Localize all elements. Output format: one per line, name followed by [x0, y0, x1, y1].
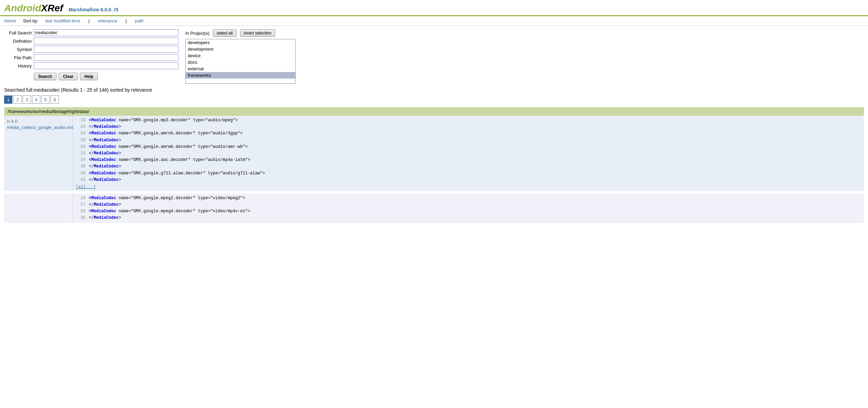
help-button[interactable]: Help [80, 73, 98, 80]
full-search-input[interactable] [34, 29, 178, 36]
definition-row: Definition [4, 38, 178, 44]
line-num: 23 [76, 124, 85, 130]
result-file-section-1: H A D media_codecs_google_audio.xml 19 <… [4, 116, 864, 191]
tag-a: A [11, 119, 13, 123]
code-content: </MediaCodec> [89, 124, 121, 130]
symbol-label: Symbol [4, 47, 32, 52]
project-item-device[interactable]: device [186, 52, 295, 59]
result-file-link-1[interactable]: media_codecs_google_audio.xml [7, 125, 73, 130]
definition-label: Definition [4, 39, 32, 44]
project-list[interactable]: developers development device docs exter… [185, 39, 296, 84]
code-content: </MediaCodec> [89, 215, 121, 221]
result-file-section-2: 19 <MediaCodec name="OMX.google.mpeg2.de… [4, 194, 864, 223]
code-line: 24 <MediaCodec name="OMX.google.amrnb.de… [76, 130, 861, 137]
sort-relevance[interactable]: relevance [98, 18, 117, 23]
code-content: <MediaCodec name="OMX.google.aac.decoder… [89, 157, 250, 163]
form-buttons: Search Clear Help [34, 73, 178, 80]
code-content: <MediaCodec name="OMX.google.mpeg2.decod… [89, 195, 245, 202]
code-line: 27 </MediaCodec> [76, 202, 861, 208]
code-line: 36 </MediaCodec> [76, 215, 861, 221]
project-header: In Project(s) select all invert selectio… [185, 29, 296, 37]
line-num: 34 [76, 157, 85, 163]
pagination: 1 2 3 4 5 6 [4, 95, 864, 104]
result-code-lines-1: 19 <MediaCodec name="OMX.google.mp3.deco… [73, 116, 864, 191]
code-line: 29 <MediaCodec name="OMX.google.amrwb.de… [76, 144, 861, 150]
sort-mtime[interactable]: last modified time [45, 18, 80, 23]
line-num: 27 [76, 202, 85, 208]
definition-input[interactable] [34, 38, 178, 44]
sort-path[interactable]: path [135, 18, 144, 23]
line-num: 19 [76, 117, 85, 124]
page-6[interactable]: 6 [51, 95, 59, 104]
code-content: <MediaCodec name="OMX.google.amrnb.decod… [89, 130, 242, 137]
code-line: 34 <MediaCodec name="OMX.google.aac.deco… [76, 157, 861, 163]
search-button[interactable]: Search [34, 73, 56, 80]
file-path-input[interactable] [34, 54, 178, 61]
project-selector: In Project(s) select all invert selectio… [185, 29, 296, 84]
line-num: 36 [76, 215, 85, 221]
logo-android: Android [4, 3, 41, 13]
project-item-developers[interactable]: developers [186, 39, 295, 46]
line-num: 28 [76, 208, 85, 215]
all-link-1[interactable]: [all...] [76, 185, 96, 190]
code-line: 39 <MediaCodec name="OMX.google.g711.ala… [76, 170, 861, 177]
line-num: 39 [76, 170, 85, 177]
code-line: 28 <MediaCodec name="OMX.google.mpeg4.de… [76, 208, 861, 215]
search-form: Full Search Definition Symbol File Path … [4, 29, 864, 84]
search-left: Full Search Definition Symbol File Path … [4, 29, 178, 80]
clear-button[interactable]: Clear [59, 73, 78, 80]
project-item-frameworks[interactable]: frameworks [186, 72, 295, 79]
logo: AndroidXRef Marshmallow 6.0.0_r5 [4, 3, 118, 13]
code-content: </MediaCodec> [89, 177, 121, 183]
full-search-row: Full Search [4, 29, 178, 36]
code-content: <MediaCodec name="OMX.google.mp3.decoder… [89, 117, 238, 124]
page-2[interactable]: 2 [13, 95, 22, 104]
nav-home[interactable]: Home [4, 18, 16, 23]
page-1[interactable]: 1 [4, 95, 12, 104]
page-3[interactable]: 3 [23, 95, 31, 104]
symbol-row: Symbol [4, 46, 178, 53]
project-item-external[interactable]: external [186, 65, 295, 72]
full-search-label: Full Search [4, 30, 32, 35]
file-path-row: File Path [4, 54, 178, 61]
line-num: 24 [76, 130, 85, 137]
results-summary: Searched full:mediacodec (Results 1 - 25… [4, 87, 864, 93]
result-file-tags-1: H A D [7, 119, 18, 123]
project-item-development[interactable]: development [186, 46, 295, 52]
sep2: | [125, 18, 126, 23]
result-file-left-1: H A D media_codecs_google_audio.xml [4, 116, 73, 191]
page-5[interactable]: 5 [41, 95, 50, 104]
code-line: 28 </MediaCodec> [76, 137, 861, 144]
code-line: 38 </MediaCodec> [76, 163, 861, 170]
in-projects-label: In Project(s) [185, 31, 209, 36]
line-num: 43 [76, 177, 85, 183]
code-line: 33 </MediaCodec> [76, 150, 861, 157]
history-input[interactable] [34, 62, 178, 69]
code-content: <MediaCodec name="OMX.google.mpeg4.decod… [89, 208, 250, 215]
code-content: </MediaCodec> [89, 150, 121, 157]
history-label: History [4, 63, 32, 69]
sep1: | [89, 18, 90, 23]
header: AndroidXRef Marshmallow 6.0.0_r5 [0, 0, 868, 16]
code-line: 23 </MediaCodec> [76, 124, 861, 130]
invert-selection-button[interactable]: invert selection [240, 29, 275, 37]
code-line: 19 <MediaCodec name="OMX.google.mp3.deco… [76, 117, 861, 124]
logo-xref: XRef [41, 3, 63, 13]
symbol-input[interactable] [34, 46, 178, 53]
select-all-button[interactable]: select all [213, 29, 237, 37]
line-num: 19 [76, 195, 85, 202]
navbar: Home Sort by: last modified time | relev… [0, 16, 868, 26]
project-item-docs[interactable]: docs [186, 59, 295, 65]
code-content: <MediaCodec name="OMX.google.amrwb.decod… [89, 144, 248, 150]
result-code-lines-2: 19 <MediaCodec name="OMX.google.mpeg2.de… [73, 194, 864, 223]
page-4[interactable]: 4 [32, 95, 40, 104]
main: Full Search Definition Symbol File Path … [0, 26, 868, 229]
history-row: History [4, 62, 178, 69]
result-file-left-2 [4, 194, 73, 223]
code-line: 19 <MediaCodec name="OMX.google.mpeg2.de… [76, 195, 861, 202]
file-path-label: File Path [4, 55, 32, 60]
code-content: </MediaCodec> [89, 137, 121, 144]
result-path-link-1[interactable]: /frameworks/av/media/libstagefright/data… [8, 109, 89, 114]
code-line: 43 </MediaCodec> [76, 177, 861, 183]
line-num: 33 [76, 150, 85, 157]
